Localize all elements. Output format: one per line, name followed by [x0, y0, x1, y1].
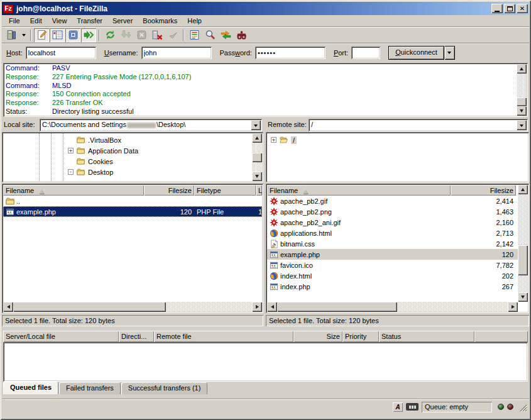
- queue-body[interactable]: [3, 342, 528, 382]
- remote-directory-tree[interactable]: + /: [266, 132, 529, 182]
- local-list-horizontal-scrollbar[interactable]: [3, 302, 262, 312]
- data-type-ascii-icon[interactable]: A: [393, 402, 403, 412]
- tree-item[interactable]: - Desktop: [3, 167, 252, 177]
- scrollbar-thumb[interactable]: [517, 97, 527, 106]
- scroll-left-arrow[interactable]: [267, 302, 277, 312]
- menu-edit[interactable]: Edit: [25, 16, 47, 26]
- folder-icon: [76, 136, 85, 144]
- host-input[interactable]: [26, 47, 96, 59]
- directory-listing-filters-button[interactable]: [187, 28, 202, 42]
- tab-failed-transfers[interactable]: Failed transfers: [59, 382, 121, 394]
- tree-item[interactable]: .VirtualBox: [3, 135, 252, 145]
- maximize-button[interactable]: [504, 4, 515, 13]
- column-header-priority[interactable]: Priority: [342, 331, 379, 342]
- expander[interactable]: [68, 137, 74, 143]
- file-row[interactable]: index.php 267: [267, 281, 518, 292]
- file-row[interactable]: index.html 202: [267, 270, 518, 281]
- menu-server[interactable]: Server: [107, 16, 138, 26]
- site-manager-button[interactable]: [4, 28, 19, 42]
- scroll-up-arrow[interactable]: [252, 133, 262, 143]
- column-header-status[interactable]: Status: [379, 331, 474, 342]
- file-row[interactable]: ..: [3, 196, 262, 206]
- disconnect-button[interactable]: [150, 28, 165, 42]
- column-header-filesize[interactable]: Filesize: [451, 185, 516, 196]
- scroll-right-arrow[interactable]: [508, 302, 518, 312]
- process-queue-button[interactable]: [118, 28, 133, 42]
- menu-bookmarks[interactable]: Bookmarks: [138, 16, 182, 26]
- log-scrollbar[interactable]: [517, 64, 527, 116]
- scrollbar-thumb[interactable]: [518, 245, 528, 275]
- file-row[interactable]: applications.html 2,713: [267, 228, 518, 238]
- menu-view[interactable]: View: [47, 16, 72, 26]
- resize-grip-icon[interactable]: [518, 402, 527, 412]
- image-file-icon: [270, 197, 278, 206]
- scrollbar-thumb[interactable]: [13, 302, 166, 312]
- refresh-button[interactable]: [102, 28, 118, 42]
- file-row-selected[interactable]: example.php 120: [267, 249, 518, 260]
- tree-item[interactable]: + Application Data: [3, 145, 252, 156]
- directory-comparison-button[interactable]: [202, 28, 217, 42]
- remote-site-dropdown-button[interactable]: [517, 120, 527, 130]
- scroll-up-arrow[interactable]: [517, 64, 527, 74]
- synchronized-browsing-button[interactable]: [218, 28, 233, 42]
- file-row[interactable]: apache_pb2_ani.gif 2,160: [267, 217, 518, 228]
- toggle-transfer-queue-button[interactable]: [81, 28, 96, 42]
- tab-queued-files[interactable]: Queued files: [3, 382, 58, 394]
- scroll-down-arrow[interactable]: [252, 172, 262, 181]
- scroll-up-arrow[interactable]: [518, 185, 528, 194]
- title-bar[interactable]: Fz john@localhost - FileZilla ✕: [2, 2, 529, 15]
- port-input[interactable]: [351, 47, 380, 59]
- quickconnect-dropdown-button[interactable]: [445, 46, 455, 60]
- local-site-combo[interactable]: C:\Documents and Settings\Desktop\: [40, 119, 262, 131]
- file-row[interactable]: apache_pb2.png 1,463: [267, 206, 518, 217]
- scroll-right-arrow[interactable]: [252, 302, 262, 312]
- local-directory-tree[interactable]: .VirtualBox + Application Data Cookies -: [2, 132, 263, 182]
- column-header-filesize[interactable]: Filesize: [144, 185, 194, 196]
- file-row-selected[interactable]: example.php 120 PHP File 1: [3, 206, 262, 217]
- column-header-filetype[interactable]: Filetype: [194, 185, 256, 196]
- scroll-left-arrow[interactable]: [3, 302, 13, 312]
- file-row[interactable]: favicon.ico 7,782: [267, 260, 518, 270]
- site-manager-dropdown-button[interactable]: [19, 28, 28, 42]
- menu-file[interactable]: File: [4, 16, 25, 26]
- file-row[interactable]: bitnami.css 2,142: [267, 238, 518, 249]
- cancel-operation-button[interactable]: [134, 28, 149, 42]
- speed-limits-icon[interactable]: [406, 403, 419, 411]
- expander[interactable]: +: [271, 137, 276, 143]
- tree-item[interactable]: Cookies: [3, 156, 252, 167]
- menu-transfer[interactable]: Transfer: [72, 16, 107, 26]
- find-files-button[interactable]: [234, 28, 249, 42]
- remote-list-scrollbar[interactable]: [518, 185, 528, 302]
- local-site-dropdown-button[interactable]: [251, 120, 261, 130]
- column-header-size[interactable]: Size: [293, 331, 342, 342]
- close-button[interactable]: ✕: [517, 4, 528, 13]
- tab-successful-transfers[interactable]: Successful transfers (1): [121, 382, 208, 394]
- column-header-filename[interactable]: Filename: [267, 185, 451, 196]
- expander[interactable]: +: [68, 148, 74, 153]
- tree-item[interactable]: + /: [267, 135, 528, 145]
- expander[interactable]: [68, 158, 74, 164]
- remote-site-combo[interactable]: /: [309, 119, 528, 131]
- scroll-down-arrow[interactable]: [518, 292, 528, 302]
- scrollbar-thumb[interactable]: [277, 302, 397, 312]
- reconnect-button[interactable]: [165, 28, 180, 42]
- username-input[interactable]: [141, 47, 212, 59]
- scrollbar-thumb[interactable]: [252, 153, 262, 162]
- minimize-button[interactable]: [491, 4, 503, 13]
- scroll-down-arrow[interactable]: [517, 106, 527, 116]
- column-header-filename[interactable]: Filename: [3, 185, 144, 196]
- column-header-direction[interactable]: Directi...: [119, 331, 154, 342]
- password-input[interactable]: [255, 47, 326, 59]
- toggle-message-log-button[interactable]: [34, 28, 49, 42]
- toggle-local-tree-button[interactable]: [50, 28, 65, 42]
- local-tree-scrollbar[interactable]: [252, 133, 262, 181]
- column-header-last-modified[interactable]: L: [256, 185, 262, 196]
- file-row[interactable]: apache_pb2.gif 2,414: [267, 196, 518, 206]
- column-header-server-local-file[interactable]: Server/Local file: [3, 331, 119, 342]
- quickconnect-button[interactable]: Quickconnect: [388, 46, 444, 60]
- toggle-remote-tree-button[interactable]: [65, 28, 80, 42]
- menu-help[interactable]: Help: [182, 16, 207, 26]
- expander[interactable]: -: [68, 169, 74, 175]
- remote-list-horizontal-scrollbar[interactable]: [267, 302, 518, 312]
- column-header-remote-file[interactable]: Remote file: [154, 331, 293, 342]
